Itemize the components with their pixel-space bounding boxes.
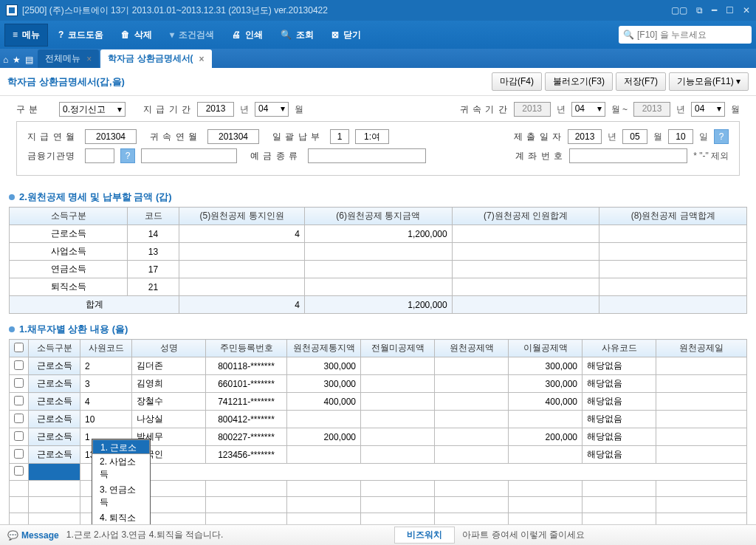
cell[interactable] [10,481,29,497]
inquiry-button[interactable]: 🔍조회 [273,24,321,46]
cell[interactable]: 김영희 [132,375,206,393]
cell[interactable] [599,243,747,261]
cell[interactable] [179,278,305,296]
cell[interactable]: 근로소득 [29,428,80,446]
cascade-icon[interactable]: ⧉ [696,5,703,16]
cell[interactable] [287,446,361,464]
fin-inst-name-input[interactable] [141,148,237,163]
cell[interactable]: 4 [179,225,305,243]
cell[interactable] [80,464,747,481]
cell[interactable] [509,446,583,464]
cell[interactable] [452,225,599,243]
cell[interactable] [361,393,435,411]
cell[interactable]: 해당없음 [583,411,656,428]
load-button[interactable]: 불러오기(F3) [545,72,613,91]
cell[interactable] [452,243,599,261]
cell[interactable]: 200,000 [509,428,583,446]
cell[interactable]: 나상실 [132,411,206,428]
cell[interactable] [435,446,509,464]
cell[interactable] [435,393,509,411]
cell[interactable] [10,497,29,513]
bizwatch-button[interactable]: 비즈워치 [394,527,455,544]
cell[interactable]: 근로소득 [29,411,80,428]
cell[interactable]: 해당없음 [583,393,656,411]
cell[interactable] [287,481,361,497]
cell[interactable] [179,243,305,261]
delete-button[interactable]: 🗑삭제 [114,24,159,46]
cell[interactable] [305,243,453,261]
cell[interactable] [305,261,453,278]
cell[interactable] [206,497,287,513]
cell[interactable] [656,393,747,411]
cell[interactable] [509,411,583,428]
cell[interactable] [435,428,509,446]
row-checkbox[interactable] [14,449,24,459]
cell[interactable] [361,411,435,428]
cell[interactable] [361,428,435,446]
cell[interactable] [10,446,29,464]
cell[interactable] [29,481,80,497]
search-box[interactable]: 🔍 [619,26,752,44]
cell[interactable]: 400,000 [509,393,583,411]
cell[interactable] [10,357,29,375]
cell[interactable] [656,497,747,513]
close-button[interactable]: ⊠닫기 [324,24,368,46]
table-row[interactable]: 근로소득 14 4 1,200,000 [10,225,747,243]
cell[interactable] [305,278,453,296]
cell[interactable] [656,428,747,446]
book-icon[interactable]: ▢▢ [671,5,687,16]
cell[interactable] [361,375,435,393]
cell[interactable] [179,261,305,278]
cell[interactable] [361,481,435,497]
cell[interactable]: 근로소득 [29,393,80,411]
fin-inst-code-input[interactable] [85,148,114,163]
cell[interactable] [599,278,747,296]
search-input[interactable] [637,30,748,40]
belong-month-from-select[interactable]: 04▾ [571,102,605,117]
dropdown-item[interactable]: 1. 근로소득 [92,439,150,454]
cell[interactable]: 해당없음 [583,428,656,446]
row-checkbox[interactable] [14,378,24,388]
deposit-type-input[interactable] [308,148,426,163]
cell-editing[interactable] [29,464,80,481]
close-icon[interactable]: ✕ [743,5,750,16]
tab-all-menu[interactable]: 전체메뉴× [38,49,99,68]
cell[interactable]: 김더존 [132,357,206,375]
cell[interactable]: 800412-******* [206,411,287,428]
star-icon[interactable]: ★ [13,55,21,65]
cell[interactable] [206,481,287,497]
cell[interactable]: 300,000 [287,357,361,375]
tab-current[interactable]: 학자금 상환금명세서(× [100,49,211,68]
cell[interactable]: 300,000 [509,375,583,393]
cell[interactable]: 10 [80,411,132,428]
checkbox-header[interactable] [10,340,29,357]
cell[interactable] [10,375,29,393]
cell[interactable] [435,481,509,497]
dropdown-item[interactable]: 3. 연금소득 [92,482,150,510]
cell[interactable]: 1,200,000 [305,225,453,243]
submit-month-input[interactable] [622,129,647,144]
minimize-icon[interactable]: ━ [712,5,717,16]
help-icon[interactable]: ? [120,148,135,163]
tab-close-icon[interactable]: × [86,54,92,64]
submit-day-input[interactable] [668,129,693,144]
account-input[interactable] [569,148,687,163]
cell[interactable] [10,428,29,446]
cell[interactable] [287,411,361,428]
cell[interactable] [452,261,599,278]
cell[interactable] [599,261,747,278]
dropdown-item[interactable]: 2. 사업소득 [92,454,150,482]
cell[interactable] [583,481,656,497]
cell[interactable] [509,481,583,497]
cell[interactable] [435,357,509,375]
cell[interactable]: 3 [80,375,132,393]
belong-month-to-select[interactable]: 04▾ [691,102,725,117]
cell[interactable] [599,225,747,243]
cell[interactable]: 800118-******* [206,357,287,375]
cell[interactable]: 4 [80,393,132,411]
select-all-checkbox[interactable] [14,343,24,352]
row-checkbox[interactable] [14,396,24,405]
cell[interactable] [656,357,747,375]
home-icon[interactable]: ⌂ [3,55,8,65]
cell[interactable]: 근로소득 [29,375,80,393]
